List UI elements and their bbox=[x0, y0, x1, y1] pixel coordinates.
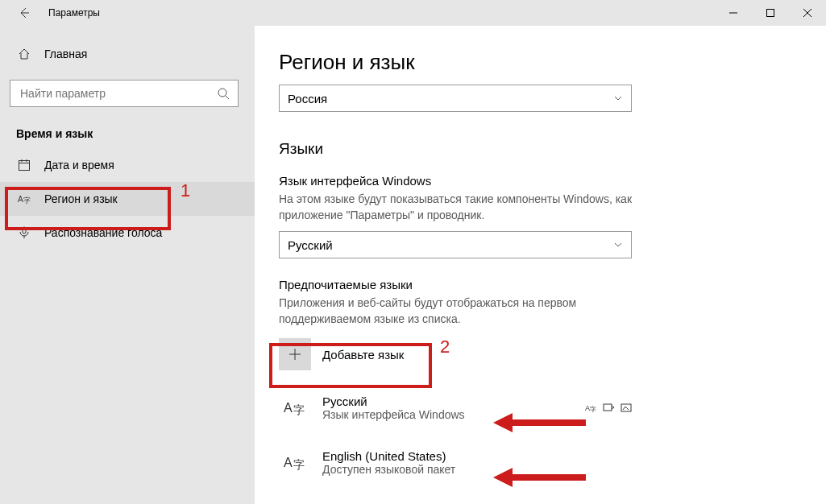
section-title: Время и язык bbox=[0, 119, 255, 148]
chevron-down-icon bbox=[613, 93, 623, 103]
svg-text:字: 字 bbox=[293, 458, 305, 471]
home-icon bbox=[16, 48, 32, 60]
svg-text:字: 字 bbox=[590, 406, 596, 413]
svg-marker-26 bbox=[493, 413, 513, 432]
nav-region-language[interactable]: A字 Регион и язык bbox=[0, 182, 255, 216]
svg-marker-28 bbox=[493, 468, 513, 487]
region-dropdown[interactable]: Россия bbox=[279, 85, 632, 112]
home-label: Главная bbox=[44, 48, 87, 60]
add-language-label: Добавьте язык bbox=[322, 348, 404, 361]
page-heading: Регион и язык bbox=[279, 50, 778, 75]
svg-text:A: A bbox=[284, 456, 293, 469]
search-icon bbox=[217, 87, 230, 100]
languages-heading: Языки bbox=[279, 140, 778, 158]
svg-rect-2 bbox=[767, 10, 774, 17]
svg-rect-13 bbox=[23, 227, 26, 233]
text-to-speech-badge-icon bbox=[603, 402, 616, 413]
chevron-down-icon bbox=[613, 240, 623, 250]
nav-item-label: Распознавание голоса bbox=[44, 226, 162, 239]
microphone-icon bbox=[16, 226, 32, 239]
home-button[interactable]: Главная bbox=[0, 38, 255, 70]
ui-lang-label: Язык интерфейса Windows bbox=[279, 174, 778, 188]
nav-date-time[interactable]: Дата и время bbox=[0, 148, 255, 182]
close-button[interactable] bbox=[789, 0, 826, 26]
language-icon: A字 bbox=[16, 192, 32, 205]
svg-text:A: A bbox=[284, 401, 293, 415]
add-language-button[interactable]: Добавьте язык bbox=[279, 335, 442, 374]
nav-speech[interactable]: Распознавание голоса bbox=[0, 216, 255, 250]
window-title: Параметры bbox=[48, 7, 100, 19]
titlebar: Параметры bbox=[0, 0, 826, 26]
svg-rect-21 bbox=[604, 404, 612, 411]
annotation-number-2: 2 bbox=[440, 337, 450, 357]
search-input[interactable] bbox=[10, 81, 238, 106]
svg-rect-7 bbox=[19, 161, 30, 171]
calendar-icon bbox=[16, 159, 32, 171]
language-glyph-icon: A字 bbox=[279, 446, 311, 478]
svg-text:A: A bbox=[18, 195, 23, 204]
pref-lang-label: Предпочитаемые языки bbox=[279, 278, 778, 291]
handwriting-badge-icon bbox=[621, 402, 633, 413]
language-name: English (United States) bbox=[322, 449, 455, 463]
nav-item-label: Дата и время bbox=[44, 159, 114, 171]
search-box[interactable] bbox=[10, 80, 239, 107]
annotation-arrow-1 bbox=[493, 411, 590, 435]
pref-lang-desc: Приложения и веб-сайты будут отображатьс… bbox=[279, 295, 633, 327]
language-name: Русский bbox=[322, 395, 465, 408]
plus-icon bbox=[279, 338, 311, 370]
svg-text:字: 字 bbox=[23, 196, 31, 204]
annotation-number-1: 1 bbox=[181, 180, 190, 201]
ui-lang-desc: На этом языке будут показываться такие к… bbox=[279, 192, 633, 223]
minimize-button[interactable] bbox=[715, 0, 752, 26]
sidebar: Главная Время и язык Дата и время A字 Рег… bbox=[0, 26, 255, 504]
svg-line-6 bbox=[226, 96, 229, 99]
svg-point-5 bbox=[218, 89, 226, 97]
annotation-arrow-2 bbox=[493, 465, 590, 490]
language-badges: A字 bbox=[585, 402, 633, 413]
language-subtitle: Доступен языковой пакет bbox=[322, 463, 455, 476]
back-button[interactable] bbox=[8, 0, 40, 26]
ui-lang-dropdown[interactable]: Русский bbox=[279, 231, 632, 258]
region-value: Россия bbox=[288, 92, 327, 105]
svg-text:字: 字 bbox=[293, 403, 305, 416]
language-subtitle: Язык интерфейса Windows bbox=[322, 408, 465, 421]
nav-item-label: Регион и язык bbox=[44, 192, 118, 205]
maximize-button[interactable] bbox=[752, 0, 789, 26]
ui-lang-value: Русский bbox=[288, 238, 333, 252]
language-glyph-icon: A字 bbox=[279, 391, 311, 423]
